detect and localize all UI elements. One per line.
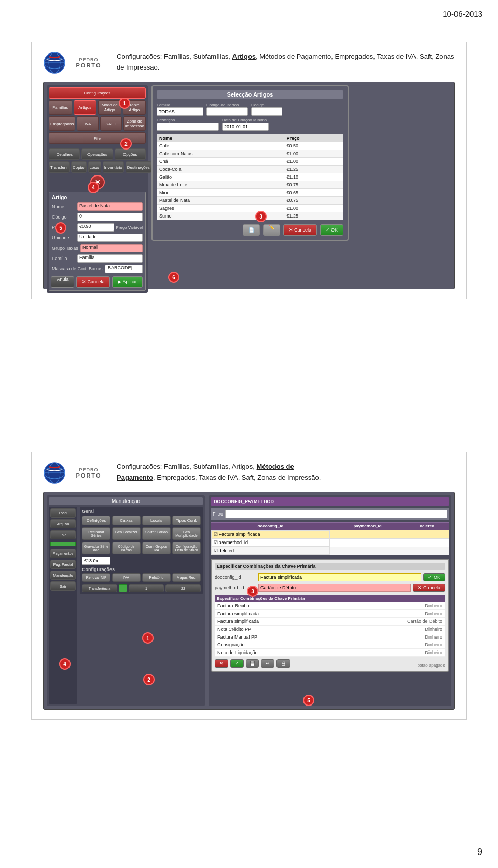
iva-btn[interactable]: IVA [77, 116, 99, 131]
artigos-btn[interactable]: Artigos [74, 100, 97, 115]
combination-item: Nota Crédito PPDinheiro [215, 626, 445, 633]
geo-multiplicidade-btn[interactable]: Geo Multiplicidade [172, 527, 201, 540]
page-date: 10-06-2013 [442, 9, 482, 18]
sair-nav-btn[interactable]: Sair [50, 581, 76, 591]
popup-docconfig-input[interactable]: Factura simplificada [258, 573, 421, 581]
article-name: Pastel de Nata [157, 197, 284, 205]
descricao-filter-label: Descrição [157, 118, 219, 123]
tipos-conf-btn[interactable]: Tipos Conf. [172, 516, 201, 525]
geo-localizer-btn[interactable]: Géo Localizer [112, 527, 141, 540]
popup-paymethod-input[interactable]: Cartão de Débito [258, 584, 411, 592]
manutencao-nav-btn[interactable]: Manutenção [50, 571, 76, 580]
opcoes-btn[interactable]: Opções [115, 148, 146, 160]
article-name: Café [157, 142, 284, 150]
circle-2: 2 [120, 138, 132, 150]
num2-btn[interactable]: 22 [165, 584, 201, 592]
cancela-dialog-btn[interactable]: ✕ Cancela [283, 224, 317, 236]
locais-btn[interactable]: Locais [142, 516, 171, 525]
mascara-input[interactable]: [BARCODE] [105, 265, 143, 273]
configuracoes-btn[interactable]: Configurações [49, 87, 146, 99]
operacoes-btn[interactable]: Operações [81, 148, 113, 160]
transferir-btn[interactable]: Transferir [49, 161, 70, 173]
spliter-cartao-btn[interactable]: Spliter Cartão [142, 527, 171, 540]
combination-name: Nota Crédito PP [217, 627, 425, 632]
saft-btn[interactable]: SAFT [100, 116, 122, 131]
restaurar-series-btn[interactable]: Restaurar Séries [82, 527, 110, 540]
detalhes-btn[interactable]: Detalhes [49, 148, 80, 160]
checkbox-1[interactable]: ☑ [214, 532, 218, 537]
print-btn[interactable]: 🖨 [276, 659, 290, 668]
cancela2-btn[interactable]: ✕ Cancela [76, 276, 110, 288]
zona-impressao-btn[interactable]: Zona de Impressão [123, 116, 146, 131]
article-price: €1.00 [284, 150, 343, 158]
config-lista-stock-btn[interactable]: Configuração Lista de Stock [172, 542, 201, 554]
empregados-btn[interactable]: Empregados [49, 116, 75, 131]
caixas-btn[interactable]: Caixas [112, 516, 141, 525]
pagamentos-nav-btn[interactable]: Pagamentos [50, 549, 76, 558]
modo-artigo-btn[interactable]: Modo de Artigo [98, 100, 121, 115]
familia-input[interactable]: Família [77, 254, 143, 263]
aplicar-btn[interactable]: ▶ Aplicar [112, 276, 143, 288]
popup-cancela-btn[interactable]: ✕ Cancela [413, 584, 445, 592]
relatorio-btn[interactable]: Relatório [142, 573, 171, 582]
popup-ok-btn[interactable]: ✓ OK [423, 573, 445, 581]
article-price: €0.50 [284, 142, 343, 150]
inventario-btn[interactable]: Inventário [103, 161, 124, 173]
table-row: Chá€1.00 [157, 158, 343, 166]
save-btn[interactable]: 💾 [246, 659, 259, 668]
barcode-filter: Código de Barras [206, 103, 248, 116]
unidade-select[interactable]: Unidade [77, 234, 143, 242]
transferencia-btn[interactable]: Transferência [82, 584, 117, 592]
local-nav-btn[interactable]: Local [50, 508, 76, 518]
checkbox-2[interactable]: ☑ [214, 540, 218, 545]
edit-btn[interactable]: ✏️ [263, 224, 280, 236]
combination-name: Factura Manual PP [217, 634, 425, 640]
iva-config-btn[interactable]: IVA [112, 573, 141, 582]
codigo-filter-input[interactable] [251, 107, 282, 116]
codigo-input[interactable]: 0 [77, 213, 143, 221]
combination-name: Factura simplificada [217, 611, 425, 616]
anula-btn[interactable]: Anula [51, 276, 74, 288]
article-price: €1.10 [284, 173, 343, 181]
descricao-filter-input[interactable] [157, 123, 219, 131]
check-dialog-icon: ✓ [326, 227, 330, 233]
barcode-filter-input[interactable] [206, 107, 248, 116]
selecao-dialog-title: Selecção Artigos [157, 90, 343, 99]
codigo-label: Código [52, 214, 75, 220]
destinacoes-btn[interactable]: Destinações [126, 161, 151, 173]
green-status [119, 584, 127, 592]
copiar-btn[interactable]: Copiar [71, 161, 87, 173]
confirm-btn[interactable]: ✓ [230, 659, 244, 668]
familias-btn[interactable]: Famílias [49, 100, 72, 115]
filter-input[interactable] [225, 510, 447, 518]
arquivo-nav-btn[interactable]: Arquivo [50, 519, 76, 528]
familia-filter-select[interactable]: TODAS [157, 107, 203, 116]
preco-input[interactable]: €0.90 [77, 223, 114, 232]
checkbox-3[interactable]: ☑ [214, 548, 218, 553]
valor-input[interactable]: €13.0x [82, 557, 110, 565]
definicoes-btn[interactable]: Definições [82, 516, 110, 525]
nome-input[interactable]: Pastel de Nata [77, 202, 143, 211]
data-filter-input[interactable]: 2010-01-01 [222, 123, 269, 131]
cod-barras-btn[interactable]: Código de Barras [112, 542, 141, 554]
ok-dialog-label: OK [331, 227, 338, 233]
grupo-taxas-label: Grupo Taxas [52, 246, 78, 251]
delete-btn[interactable]: ✕ [215, 659, 228, 668]
left-nav-items: Local Arquivo Fale Pagamentos Pag. Parci… [50, 508, 76, 591]
gravador-serie-btn[interactable]: Gravador Série doc [82, 542, 110, 554]
local-btn[interactable]: Local [88, 161, 101, 173]
renovar-nif-btn[interactable]: Renovar NIF [82, 573, 110, 582]
data-filter: Data de Criação Mínima 2010-01-01 [222, 118, 269, 131]
ok-dialog-btn[interactable]: ✓ OK [320, 224, 343, 236]
undo-btn[interactable]: ↩ [261, 659, 274, 668]
mapas-rec-btn[interactable]: Mapas Rec. [172, 573, 201, 582]
pag-parcial-nav-btn[interactable]: Pag. Parcial [50, 560, 76, 569]
combination-item: Factura Manual PPDinheiro [215, 633, 445, 641]
num1-btn[interactable]: 1 [129, 584, 164, 592]
article-price: €1.00 [284, 158, 343, 166]
doc-btn[interactable]: 📄 [243, 224, 260, 236]
fale-nav-btn[interactable]: Fale [50, 530, 76, 539]
article-name: Meia de Leite [157, 181, 284, 189]
grupo-taxas-input[interactable]: Normal [80, 244, 143, 252]
com-grupos-iva-btn[interactable]: Com. Gropos IVA [142, 542, 171, 554]
